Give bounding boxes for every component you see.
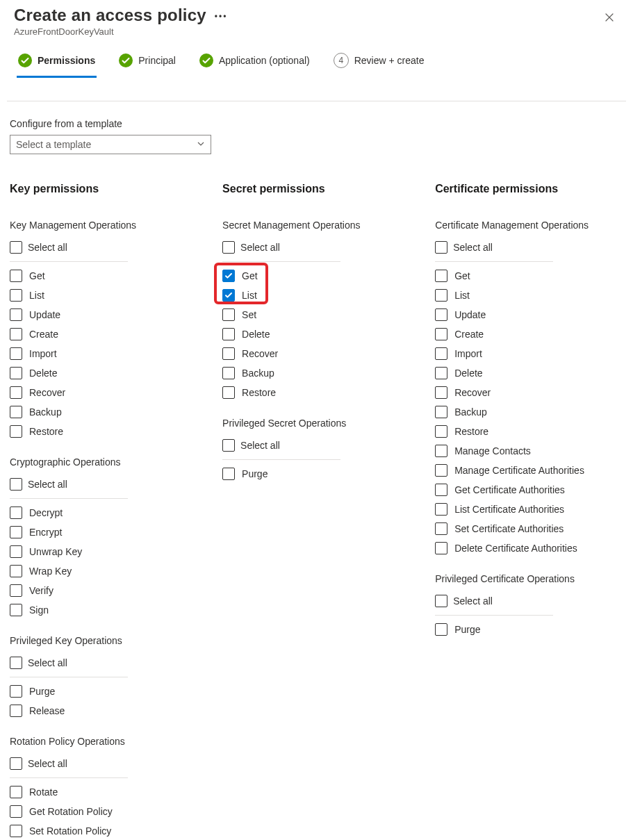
permission-option[interactable]: Import [10,344,178,363]
permission-checkbox[interactable] [10,367,22,379]
permission-option[interactable]: Unwrap Key [10,542,178,561]
permission-checkbox[interactable] [435,623,447,636]
permission-option[interactable]: Rotate [10,782,178,802]
permission-option[interactable]: Get [435,266,623,286]
step-permissions[interactable]: Permissions [17,47,97,78]
permission-option[interactable]: Set Certificate Authorities [435,519,623,538]
permission-option[interactable]: Update [10,305,178,324]
permission-option[interactable]: Get Rotation Policy [10,802,178,821]
permission-checkbox[interactable] [222,328,235,340]
permission-checkbox[interactable] [222,289,235,302]
permission-checkbox[interactable] [10,289,22,302]
permission-option[interactable]: Manage Certificate Authorities [435,461,623,480]
permission-option[interactable]: Backup [10,402,178,422]
permission-checkbox[interactable] [222,347,235,360]
permission-option[interactable]: Create [10,324,178,344]
permission-checkbox[interactable] [10,786,22,798]
select-all-checkbox[interactable] [10,241,22,254]
permission-option[interactable]: Restore [435,422,623,441]
select-all-checkbox[interactable] [222,439,235,452]
permission-checkbox[interactable] [10,386,22,399]
permission-checkbox[interactable] [10,604,22,616]
permission-checkbox[interactable] [435,367,447,379]
permission-checkbox[interactable] [435,308,447,321]
permission-checkbox[interactable] [10,584,22,597]
permission-checkbox[interactable] [10,705,22,717]
select-all-checkbox[interactable] [222,241,235,254]
permission-checkbox[interactable] [10,308,22,321]
permission-option[interactable]: List Certificate Authorities [435,500,623,519]
permission-option[interactable]: Get [10,266,178,286]
permission-checkbox[interactable] [435,328,447,340]
permission-option[interactable]: Get [222,266,391,286]
permission-checkbox[interactable] [10,425,22,438]
select-all-checkbox[interactable] [435,241,447,254]
permission-checkbox[interactable] [435,464,447,477]
permission-checkbox[interactable] [435,484,447,496]
permission-option[interactable]: Set Rotation Policy [10,821,178,840]
permission-option[interactable]: List [222,286,391,305]
permission-option[interactable]: Recover [10,383,178,402]
permission-checkbox[interactable] [222,468,235,480]
permission-option[interactable]: Decrypt [10,503,178,522]
step-review-create[interactable]: 4Review + create [332,46,426,79]
permission-option[interactable]: Import [435,344,623,363]
permission-option[interactable]: Backup [435,402,623,422]
permission-checkbox[interactable] [222,367,235,379]
permission-option[interactable]: Encrypt [10,522,178,542]
permission-checkbox[interactable] [435,347,447,360]
permission-checkbox[interactable] [435,503,447,516]
permission-checkbox[interactable] [10,685,22,698]
permission-option[interactable]: Wrap Key [10,561,178,581]
permission-checkbox[interactable] [10,347,22,360]
permission-option[interactable]: Delete [435,363,623,383]
more-actions-button[interactable]: ••• [215,10,228,24]
select-all-checkbox[interactable] [10,657,22,669]
permission-option[interactable]: Verify [10,581,178,600]
template-select[interactable]: Select a template [10,135,211,154]
permission-checkbox[interactable] [435,522,447,535]
permission-option[interactable]: Set [222,305,391,324]
permission-checkbox[interactable] [435,289,447,302]
permission-checkbox[interactable] [435,542,447,554]
permission-option[interactable]: Purge [435,620,623,639]
permission-checkbox[interactable] [10,507,22,519]
permission-checkbox[interactable] [222,270,235,282]
permission-checkbox[interactable] [435,386,447,399]
permission-checkbox[interactable] [435,425,447,438]
permission-option[interactable]: Release [10,701,178,720]
permission-checkbox[interactable] [10,270,22,282]
permission-option[interactable]: List [10,286,178,305]
select-all-checkbox[interactable] [10,757,22,770]
permission-checkbox[interactable] [10,406,22,418]
permission-checkbox[interactable] [435,445,447,457]
permission-option[interactable]: List [435,286,623,305]
permission-option[interactable]: Purge [222,464,391,484]
step-principal[interactable]: Principal [117,47,177,78]
permission-checkbox[interactable] [222,308,235,321]
permission-option[interactable]: Delete [222,324,391,344]
permission-checkbox[interactable] [435,270,447,282]
step-application-optional[interactable]: Application (optional) [198,47,311,78]
select-all-checkbox[interactable] [10,478,22,491]
permission-checkbox[interactable] [435,406,447,418]
permission-option[interactable]: Purge [10,682,178,701]
permission-option[interactable]: Create [435,324,623,344]
permission-option[interactable]: Backup [222,363,391,383]
permission-checkbox[interactable] [10,328,22,340]
permission-option[interactable]: Delete Certificate Authorities [435,538,623,558]
permission-option[interactable]: Restore [10,422,178,441]
permission-option[interactable]: Update [435,305,623,324]
permission-option[interactable]: Manage Contacts [435,441,623,461]
permission-option[interactable]: Recover [435,383,623,402]
select-all-checkbox[interactable] [435,595,447,607]
permission-option[interactable]: Restore [222,383,391,402]
permission-checkbox[interactable] [10,805,22,818]
permission-checkbox[interactable] [10,825,22,837]
permission-checkbox[interactable] [10,526,22,538]
permission-option[interactable]: Get Certificate Authorities [435,480,623,500]
permission-checkbox[interactable] [10,565,22,577]
permission-checkbox[interactable] [222,386,235,399]
permission-option[interactable]: Recover [222,344,391,363]
permission-checkbox[interactable] [10,545,22,558]
